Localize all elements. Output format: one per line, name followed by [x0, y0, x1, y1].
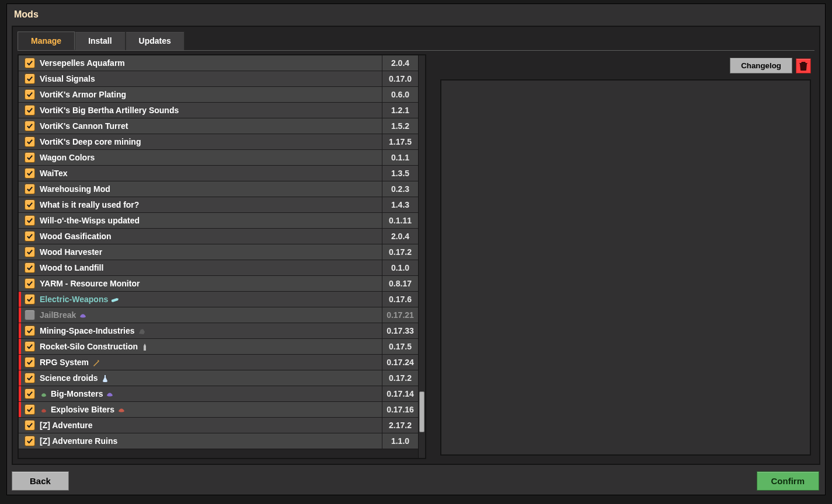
- mod-row-flag: [19, 307, 21, 323]
- mod-row[interactable]: [Z] Adventure Ruins1.1.0: [19, 433, 418, 449]
- mod-row[interactable]: Will-o'-the-Wisps updated0.1.11: [19, 213, 418, 229]
- mod-enable-checkbox[interactable]: [23, 57, 36, 69]
- mod-row-flag: [19, 181, 21, 197]
- mod-row[interactable]: What is it really used for?1.4.3: [19, 197, 418, 213]
- mod-list-viewport[interactable]: Versepelles Aquafarm2.0.4Visual Signals0…: [19, 55, 418, 458]
- mod-name: [Z] Adventure: [40, 421, 92, 430]
- mod-version-cell: 0.17.0: [382, 71, 418, 86]
- mod-enable-checkbox[interactable]: [23, 88, 36, 101]
- mod-version-cell: 0.1.0: [382, 260, 418, 275]
- changelog-button[interactable]: Changelog: [730, 58, 792, 74]
- mod-name: VortiK's Cannon Turret: [40, 121, 128, 131]
- mod-row-flag: [19, 229, 21, 244]
- silo-icon: [141, 342, 149, 351]
- mod-enable-checkbox[interactable]: [23, 324, 36, 337]
- mod-row-flag: [19, 323, 21, 338]
- mod-enable-checkbox[interactable]: [23, 183, 36, 195]
- mod-row[interactable]: Mining-Space-Industries0.17.33: [19, 323, 418, 339]
- mod-version-cell: 0.8.17: [382, 276, 418, 291]
- mod-enable-checkbox[interactable]: [23, 198, 36, 211]
- mod-row-flag: [19, 244, 21, 260]
- mod-enable-checkbox[interactable]: [23, 387, 36, 400]
- mod-row[interactable]: VortiK's Deep core mining1.17.5: [19, 134, 418, 150]
- mod-row[interactable]: Visual Signals0.17.0: [19, 71, 418, 87]
- mod-version-cell: 0.17.5: [382, 339, 418, 354]
- mod-enable-checkbox[interactable]: [23, 246, 36, 258]
- mod-version-cell: 0.17.16: [382, 402, 418, 417]
- mod-row[interactable]: Rocket-Silo Construction0.17.5: [19, 339, 418, 355]
- mod-row[interactable]: JailBreak0.17.21: [19, 307, 418, 323]
- mod-enable-checkbox[interactable]: [23, 309, 36, 321]
- mod-name: Versepelles Aquafarm: [40, 58, 125, 68]
- mod-row-flag: [19, 134, 21, 149]
- mod-version-cell: 0.17.21: [382, 307, 418, 323]
- window-content: ManageInstallUpdates Versepelles Aquafar…: [12, 26, 820, 465]
- mod-enable-checkbox[interactable]: [23, 104, 36, 117]
- mod-list: Versepelles Aquafarm2.0.4Visual Signals0…: [18, 54, 426, 459]
- mod-row[interactable]: RPG System0.17.24: [19, 355, 418, 370]
- mod-name-cell: Visual Signals: [39, 74, 381, 83]
- mod-row[interactable]: Electric-Weapons0.17.6: [19, 292, 418, 307]
- mod-enable-checkbox[interactable]: [23, 167, 36, 180]
- delete-button[interactable]: [796, 58, 811, 74]
- mod-row-flag: [19, 402, 21, 417]
- mod-enable-checkbox[interactable]: [23, 120, 36, 132]
- mod-row[interactable]: YARM - Resource Monitor0.8.17: [19, 276, 418, 292]
- mod-enable-checkbox[interactable]: [23, 72, 36, 85]
- mod-row[interactable]: WaiTex1.3.5: [19, 166, 418, 181]
- mod-version: 2.17.2: [389, 421, 412, 430]
- mod-version: 0.17.24: [387, 358, 414, 367]
- mod-list-scrollbar[interactable]: [418, 55, 425, 458]
- mod-version: 0.17.0: [389, 74, 412, 83]
- mod-enable-checkbox[interactable]: [23, 435, 36, 447]
- mod-version: 0.1.0: [391, 263, 409, 272]
- mod-version-cell: 0.1.11: [382, 213, 418, 228]
- mod-row[interactable]: Wagon Colors0.1.1: [19, 150, 418, 166]
- mod-row[interactable]: Wood to Landfill0.1.0: [19, 260, 418, 276]
- mod-row[interactable]: Science droids0.17.2: [19, 370, 418, 386]
- mod-enable-checkbox[interactable]: [23, 230, 36, 243]
- mod-version: 1.17.5: [389, 137, 412, 146]
- mod-enable-checkbox[interactable]: [23, 293, 36, 306]
- mod-row[interactable]: Versepelles Aquafarm2.0.4: [19, 55, 418, 71]
- mod-row[interactable]: [Z] Adventure2.17.2: [19, 418, 418, 433]
- window-titlebar: Mods: [8, 5, 824, 23]
- mod-row[interactable]: Warehousing Mod0.2.3: [19, 181, 418, 197]
- mod-enable-checkbox[interactable]: [23, 403, 36, 416]
- tab-install[interactable]: Install: [75, 32, 125, 50]
- mod-enable-checkbox[interactable]: [23, 340, 36, 353]
- mod-name: JailBreak: [40, 310, 76, 320]
- mod-enable-checkbox[interactable]: [23, 356, 36, 369]
- mod-row[interactable]: Wood Gasification2.0.4: [19, 229, 418, 244]
- confirm-button[interactable]: Confirm: [757, 471, 820, 491]
- back-button[interactable]: Back: [12, 471, 69, 491]
- mod-version-cell: 0.17.14: [382, 386, 418, 401]
- mod-name: [Z] Adventure Ruins: [40, 436, 117, 446]
- mod-row-flag: [19, 276, 21, 291]
- mod-enable-checkbox[interactable]: [23, 151, 36, 164]
- mod-row-flag: [19, 118, 21, 134]
- mod-enable-checkbox[interactable]: [23, 372, 36, 384]
- mod-name: VortiK's Deep core mining: [40, 137, 141, 146]
- mod-name-cell: Rocket-Silo Construction: [39, 342, 381, 351]
- tab-updates[interactable]: Updates: [126, 32, 184, 50]
- mod-enable-checkbox[interactable]: [23, 135, 36, 148]
- mod-enable-checkbox[interactable]: [23, 419, 36, 432]
- mod-name-cell: Science droids: [39, 373, 381, 383]
- mod-list-scroll-thumb[interactable]: [419, 391, 424, 432]
- mod-row[interactable]: Wood Harvester0.17.2: [19, 244, 418, 260]
- mod-name-cell: Electric-Weapons: [39, 295, 381, 304]
- mod-enable-checkbox[interactable]: [23, 277, 36, 290]
- mod-enable-checkbox[interactable]: [23, 214, 36, 227]
- tab-manage[interactable]: Manage: [18, 32, 75, 50]
- mod-row[interactable]: VortiK's Big Bertha Artillery Sounds1.2.…: [19, 103, 418, 118]
- mod-row[interactable]: VortiK's Cannon Turret1.5.2: [19, 118, 418, 134]
- mod-version-cell: 1.17.5: [382, 134, 418, 149]
- mod-row[interactable]: Big-Monsters0.17.14: [19, 386, 418, 402]
- mod-row[interactable]: Explosive Biters0.17.16: [19, 402, 418, 418]
- mod-name-cell: Mining-Space-Industries: [39, 326, 381, 335]
- mod-name: Warehousing Mod: [40, 184, 110, 194]
- mod-enable-checkbox[interactable]: [23, 261, 36, 274]
- mod-row[interactable]: VortiK's Armor Plating0.6.0: [19, 87, 418, 103]
- mod-name-cell: WaiTex: [39, 169, 381, 178]
